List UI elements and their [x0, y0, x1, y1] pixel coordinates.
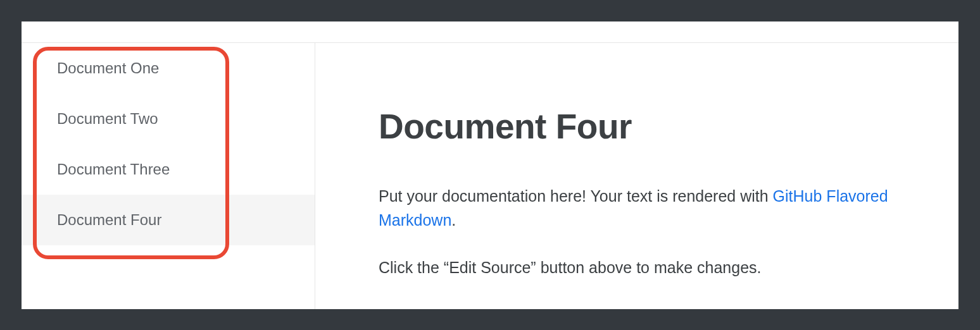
sidebar-item-label: Document Two: [57, 110, 158, 128]
top-bar: [22, 21, 958, 43]
sidebar-item-document-three[interactable]: Document Three: [22, 144, 315, 195]
sidebar-item-label: Document One: [57, 59, 159, 77]
intro-paragraph: Put your documentation here! Your text i…: [379, 185, 920, 232]
page-title: Document Four: [379, 106, 920, 147]
intro-text-pre: Put your documentation here! Your text i…: [379, 187, 773, 205]
sidebar-item-document-two[interactable]: Document Two: [22, 94, 315, 144]
sidebar-item-document-four[interactable]: Document Four: [22, 195, 315, 245]
main-content: Document Four Put your documentation her…: [315, 43, 958, 309]
sidebar-item-label: Document Four: [57, 211, 161, 229]
instruction-paragraph: Click the “Edit Source” button above to …: [379, 256, 920, 280]
sidebar-item-label: Document Three: [57, 161, 170, 178]
intro-text-post: .: [451, 211, 456, 229]
sidebar-item-document-one[interactable]: Document One: [22, 43, 315, 94]
sidebar: Document One Document Two Document Three…: [22, 43, 315, 309]
app-frame: Document One Document Two Document Three…: [22, 21, 958, 309]
content-area: Document One Document Two Document Three…: [22, 43, 958, 309]
